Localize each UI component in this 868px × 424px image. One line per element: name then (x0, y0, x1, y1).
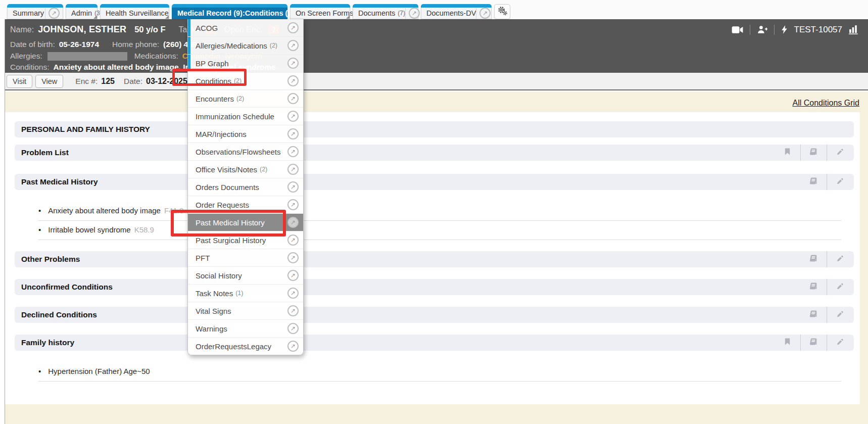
menu-item-task-notes[interactable]: Task Notes(1)↗ (188, 285, 303, 302)
open-in-new-window-button[interactable]: ↗ (405, 8, 423, 19)
pencil-button[interactable] (827, 251, 853, 267)
book-button[interactable] (800, 279, 827, 295)
menu-item-social-history[interactable]: Social History↗ (188, 267, 303, 285)
pencil-button[interactable] (827, 307, 853, 323)
pencil-button[interactable] (827, 174, 853, 190)
tab-body[interactable]: Summary↗ (7, 8, 63, 19)
menu-item-orders-documents[interactable]: Orders Documents↗ (188, 178, 303, 196)
pencil-button[interactable] (827, 335, 853, 351)
encounter-toolbar: Visit View Enc #: 125 Date: 03-12-2025 (0, 73, 868, 90)
menu-item-label: Vital Signs (196, 307, 231, 315)
dropdown-corner-icon (165, 15, 169, 19)
external-link-icon[interactable]: ↗ (287, 288, 299, 299)
tab-admin[interactable]: Admin(3) (66, 4, 98, 19)
condition-list: •Anxiety about altered body imageF41.8•I… (38, 202, 841, 240)
section-header-other-problems: Other Problems (15, 251, 854, 267)
menu-item-orderrequestslegacy[interactable]: OrderRequestsLegacy↗ (188, 338, 303, 355)
external-link-icon[interactable]: ↗ (287, 305, 299, 316)
menu-item-label: Past Surgical History (196, 236, 266, 245)
tab-documents-dv[interactable]: Documents-DV↗ (421, 4, 492, 19)
allergies-label: Allergies: (10, 52, 42, 61)
menu-item-label: Task Notes (196, 289, 233, 298)
external-link-icon[interactable]: ↗ (287, 270, 299, 281)
open-in-new-window-button[interactable]: ↗ (45, 8, 63, 19)
all-conditions-grid-link[interactable]: All Conditions Grid (793, 99, 860, 108)
lightning-icon[interactable] (781, 25, 788, 34)
menu-item-acog[interactable]: ACOG↗ (188, 19, 303, 37)
pencil-button[interactable] (827, 145, 853, 161)
book-icon (809, 338, 818, 348)
enc-number-value: 125 (101, 77, 115, 86)
external-link-icon[interactable]: ↗ (287, 75, 299, 86)
external-link-icon[interactable]: ↗ (287, 22, 299, 33)
external-link-icon[interactable]: ↗ (287, 146, 299, 157)
external-link-icon[interactable]: ↗ (287, 252, 299, 263)
tab-on-screen-forms[interactable]: On Screen Forms (290, 4, 350, 19)
menu-item-allergies-medications[interactable]: Allergies/Medications(2)↗ (188, 37, 303, 55)
external-link-icon[interactable]: ↗ (287, 341, 299, 352)
external-link-icon[interactable]: ↗ (287, 58, 299, 69)
conditions-label: Conditions: (10, 63, 50, 72)
open-in-new-window-button[interactable]: ↗ (476, 8, 494, 19)
tab-body[interactable]: Documents(7)↗ (353, 8, 418, 19)
book-button[interactable] (800, 145, 827, 161)
book-button[interactable] (800, 307, 827, 323)
gears-icon (498, 6, 507, 18)
view-button[interactable]: View (35, 75, 63, 88)
dropdown-corner-icon (346, 15, 350, 19)
annotation-box-past-medical-history (171, 210, 286, 237)
pencil-icon (836, 282, 844, 292)
external-link-icon[interactable]: ↗ (287, 164, 299, 175)
menu-item-office-visits-notes[interactable]: Office Visits/Notes(2)↗ (188, 161, 303, 178)
book-button[interactable] (800, 174, 827, 190)
external-link-icon[interactable]: ↗ (287, 217, 299, 228)
tab-documents[interactable]: Documents(7)↗ (353, 4, 418, 19)
book-icon (809, 310, 818, 320)
divider (774, 25, 775, 35)
bookmark-button[interactable] (774, 145, 800, 161)
tab-body[interactable]: Medical Record (9):Conditions (2) (172, 8, 287, 19)
external-link-icon[interactable]: ↗ (287, 111, 299, 122)
menu-item-warnings[interactable]: Warnings↗ (188, 320, 303, 338)
menu-item-encounters[interactable]: Encounters(2)↗ (188, 90, 303, 108)
visit-button[interactable]: Visit (7, 75, 32, 88)
tab-summary[interactable]: Summary↗ (7, 4, 63, 19)
book-button[interactable] (800, 251, 827, 267)
external-link-icon[interactable]: ↗ (287, 199, 299, 210)
menu-item-pft[interactable]: PFT↗ (188, 249, 303, 267)
tab-body[interactable]: On Screen Forms (290, 8, 350, 19)
menu-item-label: OrderRequestsLegacy (196, 342, 271, 351)
tab-medical-record-9-conditions-2[interactable]: Medical Record (9):Conditions (2) (172, 4, 287, 19)
list-item: •Hypertension (Father) Age~50 (38, 362, 841, 382)
tab-label: Admin (71, 9, 92, 17)
menu-item-count: (2) (236, 95, 244, 102)
external-link-icon[interactable]: ↗ (287, 40, 299, 51)
menu-item-mar-injections[interactable]: MAR/Injections↗ (188, 125, 303, 143)
external-link-icon[interactable]: ↗ (287, 181, 299, 193)
tab-body[interactable]: Documents-DV↗ (421, 8, 492, 19)
menu-item-vital-signs[interactable]: Vital Signs↗ (188, 302, 303, 320)
add-person-icon[interactable] (757, 25, 767, 34)
external-link-icon[interactable]: ↗ (287, 234, 299, 246)
tab-body[interactable]: Health Surveillance (100, 8, 169, 19)
external-link-icon[interactable]: ↗ (287, 323, 299, 334)
pencil-button[interactable] (827, 279, 853, 295)
menu-item-immunization-schedule[interactable]: Immunization Schedule↗ (188, 108, 303, 125)
bookmark-button[interactable] (774, 335, 800, 351)
external-link-icon[interactable]: ↗ (287, 93, 299, 104)
book-icon (809, 254, 818, 264)
tab-body[interactable]: Admin(3) (66, 8, 98, 19)
video-camera-icon[interactable] (732, 26, 743, 34)
bar-chart-icon[interactable] (849, 25, 859, 34)
section-actions (774, 145, 853, 161)
list-item: •Anxiety about altered body imageF41.8 (38, 202, 841, 221)
external-link-icon: ↗ (49, 8, 60, 19)
book-button[interactable] (800, 335, 827, 351)
tab-label: Documents-DV (426, 9, 476, 17)
tab-health-surveillance[interactable]: Health Surveillance (100, 4, 169, 19)
menu-item-observations-flowsheets[interactable]: Observations/Flowsheets↗ (188, 143, 303, 161)
section-header-family-history: Family history (15, 335, 854, 351)
section-actions (800, 307, 853, 323)
external-link-icon[interactable]: ↗ (287, 128, 299, 139)
settings-button[interactable] (494, 4, 510, 19)
